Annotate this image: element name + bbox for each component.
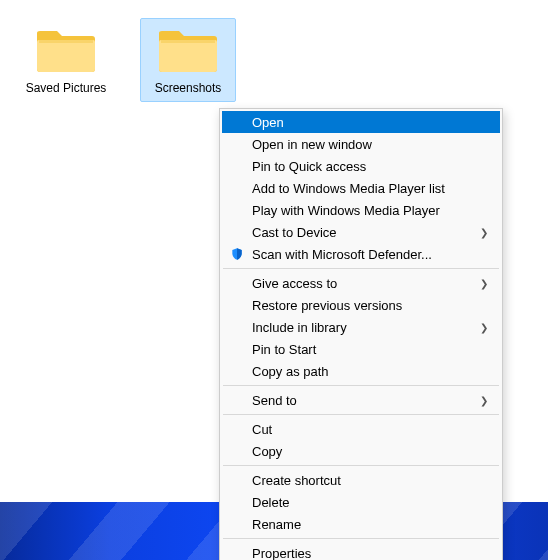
menu-item-label: Copy: [248, 444, 480, 459]
menu-item-include-in-library[interactable]: Include in library❯: [222, 316, 500, 338]
defender-shield-icon: [226, 247, 248, 261]
menu-item-label: Add to Windows Media Player list: [248, 181, 480, 196]
folder-icon: [156, 23, 220, 75]
menu-item-open[interactable]: Open: [222, 111, 500, 133]
menu-item-label: Cast to Device: [248, 225, 480, 240]
menu-separator: [223, 268, 499, 269]
folder-label: Screenshots: [155, 81, 222, 95]
menu-item-label: Open: [248, 115, 480, 130]
menu-item-send-to[interactable]: Send to❯: [222, 389, 500, 411]
chevron-right-icon: ❯: [480, 322, 492, 333]
menu-item-label: Scan with Microsoft Defender...: [248, 247, 480, 262]
menu-item-delete[interactable]: Delete: [222, 491, 500, 513]
menu-item-copy-as-path[interactable]: Copy as path: [222, 360, 500, 382]
menu-item-open-in-new-window[interactable]: Open in new window: [222, 133, 500, 155]
menu-item-label: Give access to: [248, 276, 480, 291]
menu-item-label: Play with Windows Media Player: [248, 203, 480, 218]
menu-item-label: Copy as path: [248, 364, 480, 379]
menu-separator: [223, 465, 499, 466]
menu-item-label: Delete: [248, 495, 480, 510]
chevron-right-icon: ❯: [480, 395, 492, 406]
chevron-right-icon: ❯: [480, 227, 492, 238]
menu-item-label: Restore previous versions: [248, 298, 480, 313]
menu-item-restore-previous-versions[interactable]: Restore previous versions: [222, 294, 500, 316]
menu-item-rename[interactable]: Rename: [222, 513, 500, 535]
menu-item-cast-to-device[interactable]: Cast to Device❯: [222, 221, 500, 243]
menu-item-give-access-to[interactable]: Give access to❯: [222, 272, 500, 294]
menu-separator: [223, 538, 499, 539]
menu-item-cut[interactable]: Cut: [222, 418, 500, 440]
folder-screenshots[interactable]: Screenshots: [140, 18, 236, 102]
menu-item-label: Rename: [248, 517, 480, 532]
menu-item-label: Create shortcut: [248, 473, 480, 488]
menu-item-label: Open in new window: [248, 137, 480, 152]
context-menu: OpenOpen in new windowPin to Quick acces…: [219, 108, 503, 560]
folder-icon: [34, 23, 98, 75]
menu-item-scan-with-microsoft-defender[interactable]: Scan with Microsoft Defender...: [222, 243, 500, 265]
menu-item-play-with-windows-media-player[interactable]: Play with Windows Media Player: [222, 199, 500, 221]
folder-label: Saved Pictures: [26, 81, 107, 95]
desktop-area[interactable]: Saved Pictures Screenshots OpenOpen in n…: [0, 0, 548, 560]
menu-item-label: Pin to Quick access: [248, 159, 480, 174]
menu-item-label: Include in library: [248, 320, 480, 335]
menu-item-pin-to-quick-access[interactable]: Pin to Quick access: [222, 155, 500, 177]
folder-saved-pictures[interactable]: Saved Pictures: [18, 18, 114, 102]
menu-item-copy[interactable]: Copy: [222, 440, 500, 462]
menu-separator: [223, 414, 499, 415]
menu-item-pin-to-start[interactable]: Pin to Start: [222, 338, 500, 360]
menu-item-label: Cut: [248, 422, 480, 437]
folder-row: Saved Pictures Screenshots: [18, 18, 236, 102]
chevron-right-icon: ❯: [480, 278, 492, 289]
menu-separator: [223, 385, 499, 386]
menu-item-create-shortcut[interactable]: Create shortcut: [222, 469, 500, 491]
menu-item-properties[interactable]: Properties: [222, 542, 500, 560]
menu-item-label: Send to: [248, 393, 480, 408]
menu-item-label: Properties: [248, 546, 480, 561]
menu-item-add-to-windows-media-player-list[interactable]: Add to Windows Media Player list: [222, 177, 500, 199]
menu-item-label: Pin to Start: [248, 342, 480, 357]
